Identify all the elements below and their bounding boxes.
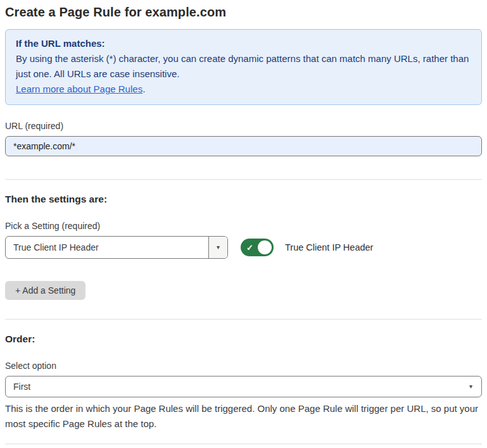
setting-select[interactable]: True Client IP Header ▾ xyxy=(5,236,228,259)
order-help-text: This is the order in which your Page Rul… xyxy=(5,401,482,432)
add-setting-button[interactable]: + Add a Setting xyxy=(5,281,85,300)
setting-select-value: True Client IP Header xyxy=(6,237,208,258)
info-box-body: By using the asterisk (*) character, you… xyxy=(16,51,471,82)
chevron-down-icon: ▾ xyxy=(217,244,220,251)
chevron-down-icon: ▾ xyxy=(469,383,472,390)
page-title: Create a Page Rule for example.com xyxy=(5,5,482,20)
url-match-info-box: If the URL matches: By using the asteris… xyxy=(5,29,482,105)
divider xyxy=(5,179,482,180)
divider xyxy=(5,319,482,320)
link-period: . xyxy=(142,84,145,94)
pick-setting-label: Pick a Setting (required) xyxy=(5,221,482,231)
check-icon: ✓ xyxy=(246,243,253,252)
url-field-label: URL (required) xyxy=(5,121,482,131)
order-section-heading: Order: xyxy=(5,333,482,345)
order-select[interactable]: First ▾ xyxy=(5,376,482,397)
setting-select-arrow-button[interactable]: ▾ xyxy=(208,237,227,258)
order-select-arrow: ▾ xyxy=(469,376,481,397)
learn-more-link[interactable]: Learn more about Page Rules xyxy=(16,84,142,94)
settings-section-heading: Then the settings are: xyxy=(5,194,482,205)
order-select-value: First xyxy=(6,376,469,397)
divider xyxy=(5,444,482,444)
setting-row: True Client IP Header ▾ ✓ True Client IP… xyxy=(5,236,482,259)
true-client-ip-toggle[interactable]: ✓ xyxy=(241,239,274,256)
url-input[interactable] xyxy=(5,136,482,156)
toggle-label: True Client IP Header xyxy=(285,242,373,252)
order-select-label: Select option xyxy=(5,361,482,371)
info-box-heading: If the URL matches: xyxy=(16,36,471,51)
info-box-link-line: Learn more about Page Rules. xyxy=(16,82,471,97)
toggle-knob xyxy=(258,240,272,254)
